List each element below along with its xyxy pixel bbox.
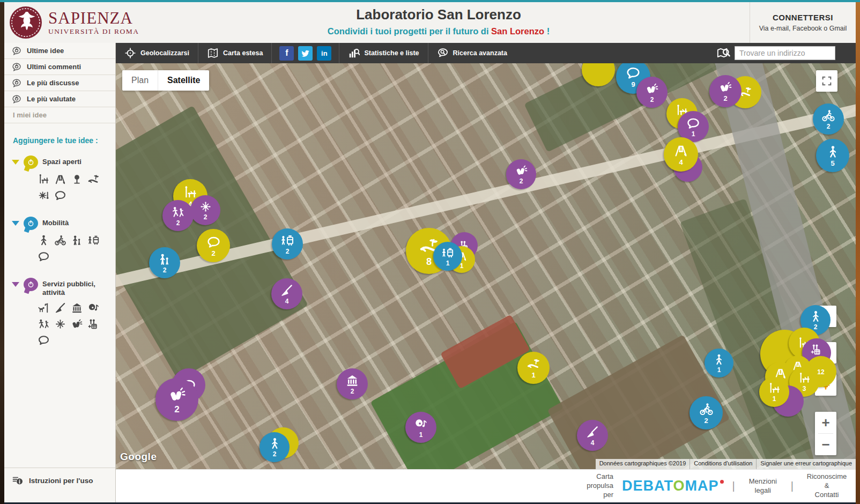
sidebar-item-ultime-idee[interactable]: Ultime idee: [4, 43, 115, 59]
map-marker[interactable]: 4: [664, 137, 698, 172]
connect-panel[interactable]: CONNETTERSI Via e-mail, Facebook o Gmail: [750, 2, 856, 43]
speech-icon[interactable]: [54, 189, 66, 202]
bench-icon: [768, 382, 781, 395]
map-marker[interactable]: 1: [405, 412, 436, 443]
swing-icon[interactable]: [54, 173, 66, 186]
sapienza-logo[interactable]: SAPIENZA UNIVERSITÀ DI ROMA: [9, 5, 139, 40]
map-marker[interactable]: 2: [190, 195, 220, 225]
attribution-terms-link[interactable]: Conditions d'utilisation: [690, 459, 756, 469]
marker-count: 1: [773, 396, 776, 402]
handplant-icon[interactable]: [87, 173, 100, 186]
category-bubble-icon[interactable]: [24, 278, 38, 291]
attribution-report-link[interactable]: Signaler une erreur cartographique: [756, 459, 856, 469]
palettemusic-icon[interactable]: [87, 302, 100, 314]
map-marker[interactable]: 2: [337, 368, 368, 399]
marker-count: 8: [426, 257, 432, 266]
connect-title[interactable]: CONNETTERSI: [773, 13, 833, 22]
zoom-in-button[interactable]: +: [815, 412, 836, 433]
twitter-icon[interactable]: [298, 46, 313, 61]
map-marker[interactable]: 2: [506, 159, 536, 189]
marker-count: 2: [286, 248, 290, 255]
bench-icon[interactable]: [38, 173, 50, 186]
map-marker[interactable]: 1: [517, 352, 550, 384]
instructions-button[interactable]: Istruzioni per l'uso: [4, 468, 115, 493]
geolocate-label: Geolocalizzarsi: [140, 49, 189, 57]
sidebar-item-ultimi-commenti[interactable]: Ultimi commenti: [4, 59, 115, 75]
category-bubble-icon[interactable]: [24, 155, 38, 169]
credits-link[interactable]: Riconoscime & Contatti: [802, 472, 851, 500]
map-marker[interactable]: 2: [162, 200, 194, 231]
map-marker[interactable]: 2: [149, 247, 180, 278]
map-marker[interactable]: 2: [813, 103, 844, 135]
sidebar-item-miei-idee[interactable]: I miei idee: [4, 107, 115, 123]
marker-count: 5: [831, 160, 834, 167]
google-logo[interactable]: Google: [120, 451, 157, 463]
map-marker[interactable]: 2: [197, 229, 230, 262]
left-edge-strip: [0, 2, 4, 504]
map-type-satellite[interactable]: Satellite: [158, 70, 209, 91]
speech-icon: [206, 235, 221, 249]
personchild-icon[interactable]: [71, 234, 83, 247]
category-bubble-icon[interactable]: [24, 217, 38, 230]
legal-link[interactable]: Menzioni legali: [744, 477, 782, 495]
walk-icon[interactable]: [38, 234, 50, 247]
map-marker[interactable]: 4: [271, 278, 302, 309]
map-marker[interactable]: 2: [709, 75, 742, 107]
extended-map-button[interactable]: Carta estesa: [198, 43, 271, 63]
linkedin-icon[interactable]: in: [317, 46, 331, 61]
clap-icon[interactable]: [71, 318, 83, 330]
map-marker[interactable]: 1: [433, 242, 462, 271]
bubble-search-icon: [437, 47, 449, 59]
tree-icon[interactable]: [71, 173, 83, 186]
fullscreen-button[interactable]: [816, 70, 837, 92]
app-window: SAPIENZA UNIVERSITÀ DI ROMA Laboratorio …: [0, 0, 860, 504]
familytransit-icon[interactable]: [87, 234, 100, 247]
chevron-down-icon[interactable]: [12, 221, 19, 226]
sports-icon[interactable]: [38, 318, 50, 330]
peoplecal-icon[interactable]: [87, 318, 100, 330]
stats-button[interactable]: Statistiche e liste: [339, 43, 427, 63]
sun-icon[interactable]: [38, 189, 50, 202]
chevron-down-icon[interactable]: [12, 282, 19, 287]
map-marker[interactable]: 2: [636, 77, 668, 108]
debatomap-logo[interactable]: DEBATOMAP: [622, 478, 724, 494]
sidebar-item-piu-discusse[interactable]: Le più discusse: [4, 75, 115, 91]
category-label: Servizi pubblici, attività: [42, 280, 107, 298]
instructions-label: Istruzioni per l'uso: [29, 477, 93, 485]
category-mobilita[interactable]: Mobilità: [4, 211, 115, 231]
map-type-plan[interactable]: Plan: [122, 70, 158, 91]
marker-count: 12: [817, 369, 824, 375]
map-marker[interactable]: 2: [260, 432, 290, 462]
speech-icon: [686, 116, 700, 130]
doglamp-icon[interactable]: [38, 302, 50, 314]
header-center: Laboratorio San Lorenzo Condividi i tuoi…: [235, 6, 642, 36]
map-marker[interactable]: 1: [759, 377, 789, 407]
header: SAPIENZA UNIVERSITÀ DI ROMA Laboratorio …: [4, 2, 856, 43]
bank-icon[interactable]: [71, 302, 83, 314]
broom-icon[interactable]: [54, 302, 66, 314]
map-marker[interactable]: 4: [577, 420, 608, 451]
address-search-input[interactable]: [735, 46, 835, 60]
speech-icon[interactable]: [38, 250, 50, 263]
map-marker[interactable]: 2: [272, 228, 303, 260]
map-marker[interactable]: 5: [816, 139, 849, 172]
chevron-down-icon[interactable]: [12, 160, 19, 165]
map-marker[interactable]: 2: [690, 396, 723, 429]
advanced-search-button[interactable]: Ricerca avanzata: [428, 43, 516, 63]
sidebar-item-piu-valutate[interactable]: Le più valutate: [4, 91, 115, 107]
map-marker[interactable]: 2: [155, 378, 198, 421]
sidebar-item-label: I miei idee: [13, 111, 47, 119]
map-search-icon: [716, 46, 730, 60]
category-spazi-aperti[interactable]: Spazi aperti: [4, 150, 115, 170]
right-edge-strip[interactable]: [856, 2, 860, 504]
bike-icon[interactable]: [54, 234, 66, 247]
map-canvas[interactable]: Plan Satellite + − 922114242222248112211…: [116, 63, 856, 469]
zoom-out-button[interactable]: −: [815, 434, 836, 455]
network-icon[interactable]: [54, 318, 66, 330]
facebook-icon[interactable]: f: [279, 46, 294, 61]
category-servizi-pubblici[interactable]: Servizi pubblici, attività: [4, 272, 115, 299]
speech-icon[interactable]: [38, 334, 50, 346]
geolocate-button[interactable]: Geolocalizzarsi: [116, 43, 198, 63]
map-marker[interactable]: 1: [705, 349, 733, 377]
address-search: [716, 46, 856, 60]
